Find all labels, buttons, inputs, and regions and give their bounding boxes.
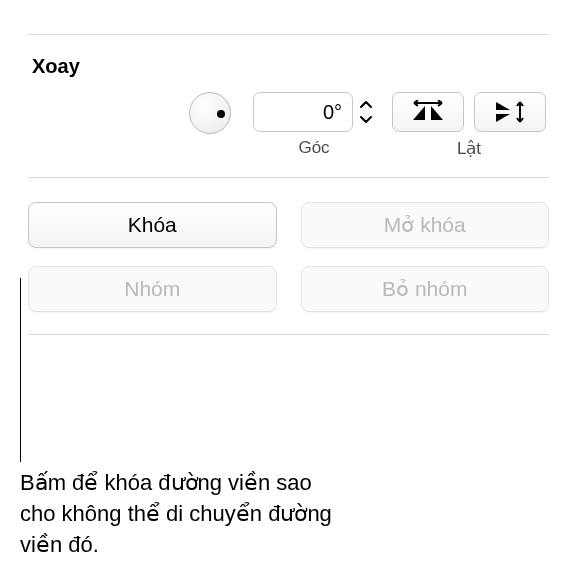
rotate-title: Xoay: [28, 55, 549, 78]
rotate-controls-row: Góc: [28, 92, 549, 159]
chevron-down-icon: [360, 115, 372, 123]
flip-vertical-button[interactable]: [474, 92, 546, 132]
angle-stepper-down[interactable]: [357, 113, 375, 125]
angle-label: Góc: [298, 138, 329, 158]
lock-button[interactable]: Khóa: [28, 202, 277, 248]
rotation-dial[interactable]: [189, 92, 231, 134]
rotation-dial-indicator: [217, 110, 225, 118]
flip-horizontal-icon: [408, 100, 448, 124]
unlock-button: Mở khóa: [301, 202, 550, 248]
callout-leader-line: [20, 278, 21, 462]
rotation-dial-wrap: [183, 92, 237, 134]
callout-text: Bấm để khóa đường viền sao cho không thể…: [20, 468, 350, 560]
flip-label: Lật: [457, 138, 481, 159]
ungroup-button: Bỏ nhóm: [301, 266, 550, 312]
lock-row: Khóa Mở khóa: [28, 202, 549, 248]
flip-buttons: [392, 92, 546, 132]
lock-group-section: Khóa Mở khóa Nhóm Bỏ nhóm: [28, 178, 549, 334]
flip-vertical-icon: [490, 100, 530, 124]
angle-input-wrap: [253, 92, 375, 132]
angle-stepper: [357, 92, 375, 132]
angle-group: Góc: [249, 92, 379, 158]
group-button: Nhóm: [28, 266, 277, 312]
divider: [28, 334, 549, 335]
chevron-up-icon: [360, 101, 372, 109]
flip-horizontal-button[interactable]: [392, 92, 464, 132]
arrange-panel: Xoay: [0, 34, 577, 335]
group-row: Nhóm Bỏ nhóm: [28, 266, 549, 312]
angle-input[interactable]: [253, 92, 353, 132]
flip-group: Lật: [391, 92, 547, 159]
rotate-section: Xoay: [28, 35, 549, 177]
angle-stepper-up[interactable]: [357, 99, 375, 111]
